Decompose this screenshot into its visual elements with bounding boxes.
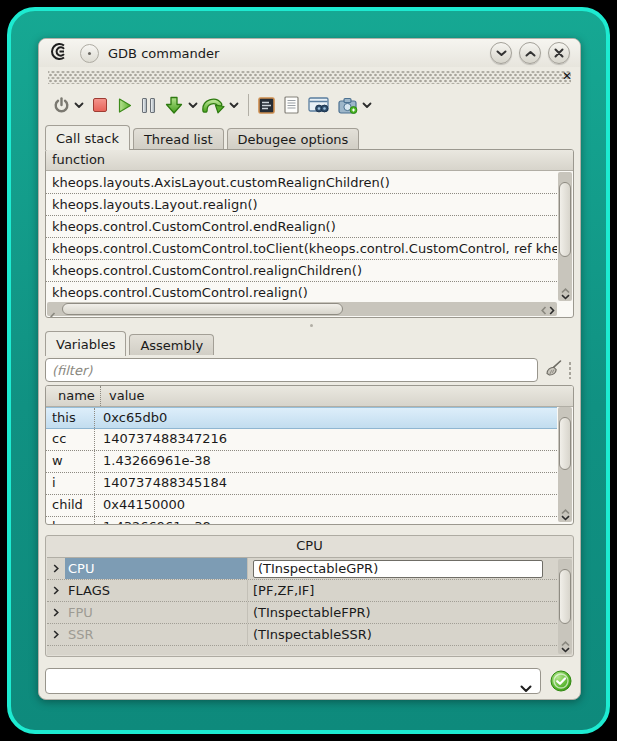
scroll-down-icon[interactable] bbox=[561, 294, 570, 300]
variable-row[interactable]: this 0xc65db0 bbox=[46, 407, 557, 429]
scroll-left-icon[interactable] bbox=[50, 306, 56, 318]
callstack-row[interactable]: kheops.layouts.Layout.realign() bbox=[46, 194, 557, 216]
chevron-down-icon bbox=[229, 102, 239, 109]
chevron-down-icon bbox=[496, 50, 507, 57]
combobox-dropdown-button[interactable] bbox=[520, 678, 532, 697]
registers-icon bbox=[258, 97, 275, 114]
filter-input[interactable] bbox=[50, 360, 533, 380]
callstack-horizontal-scrollbar[interactable] bbox=[47, 302, 557, 316]
step-over-icon bbox=[202, 97, 225, 114]
close-button[interactable] bbox=[548, 42, 570, 64]
scrollbar-thumb[interactable] bbox=[559, 569, 571, 624]
cpu-register-row[interactable]: FLAGS [PF,ZF,IF] bbox=[47, 580, 557, 602]
snapshot-button[interactable] bbox=[338, 92, 358, 118]
pause-button[interactable] bbox=[142, 92, 155, 118]
variables-vertical-scrollbar[interactable] bbox=[558, 407, 572, 522]
stop-button[interactable] bbox=[93, 92, 107, 118]
snapshot-camera-icon bbox=[338, 97, 358, 114]
callstack-row[interactable]: kheops.control.CustomControl.realign() bbox=[46, 282, 557, 301]
callstack-column-header[interactable]: function bbox=[46, 150, 573, 171]
snapshot-dropdown-button[interactable] bbox=[362, 92, 372, 118]
scroll-down-icon[interactable] bbox=[561, 515, 570, 521]
unshade-button[interactable] bbox=[519, 42, 541, 64]
variables-tabbar: VariablesAssembly bbox=[39, 330, 580, 355]
variables-filter-row bbox=[45, 355, 574, 385]
cpu-group: CPU CPU (TInspectableGPR) FLAGS bbox=[45, 535, 574, 657]
tab[interactable]: Assembly bbox=[129, 334, 214, 355]
power-icon bbox=[53, 97, 70, 114]
step-over-dropdown-button[interactable] bbox=[229, 92, 239, 118]
chevron-down-icon bbox=[362, 102, 372, 109]
callstack-row[interactable]: kheops.layouts.AxisLayout.customRealignC… bbox=[46, 172, 557, 194]
callstack-vertical-scrollbar[interactable] bbox=[558, 172, 572, 301]
callstack-row[interactable]: kheops.control.CustomControl.toClient(kh… bbox=[46, 238, 557, 260]
expander-arrow-icon[interactable] bbox=[47, 602, 65, 623]
step-into-button[interactable] bbox=[164, 92, 184, 118]
scroll-right-icon[interactable] bbox=[549, 306, 555, 315]
cpu-register-row[interactable]: CPU (TInspectableGPR) bbox=[47, 558, 557, 580]
watch-window-button[interactable] bbox=[308, 92, 329, 118]
step-into-icon bbox=[164, 96, 184, 115]
chevron-up-icon bbox=[525, 50, 536, 57]
variable-row[interactable]: child 0x44150000 bbox=[46, 495, 557, 517]
callstack-row[interactable]: kheops.control.CustomControl.realignChil… bbox=[46, 260, 557, 282]
chevron-down-icon bbox=[520, 685, 532, 693]
variable-row[interactable]: i 140737488345184 bbox=[46, 473, 557, 495]
scroll-down-icon[interactable] bbox=[561, 647, 570, 653]
power-dropdown-button[interactable] bbox=[74, 92, 84, 118]
value-column-header[interactable]: value bbox=[101, 386, 573, 406]
cpu-vertical-scrollbar[interactable] bbox=[558, 559, 572, 654]
expander-arrow-icon[interactable] bbox=[47, 580, 65, 601]
power-button[interactable] bbox=[53, 92, 70, 118]
cpu-register-row[interactable]: SSR (TInspectableSSR) bbox=[47, 624, 557, 646]
tab[interactable]: Variables bbox=[45, 331, 126, 356]
scrollbar-thumb[interactable] bbox=[559, 182, 571, 257]
panel-splitter[interactable] bbox=[39, 318, 580, 330]
variable-row[interactable]: cc 140737488347216 bbox=[46, 429, 557, 451]
expander-arrow-icon[interactable] bbox=[47, 624, 65, 645]
app-logo-icon bbox=[49, 42, 71, 65]
splitter-grip[interactable] bbox=[568, 361, 572, 379]
close-icon bbox=[554, 48, 564, 58]
watch-icon bbox=[308, 97, 329, 114]
confirm-command-button[interactable] bbox=[550, 670, 572, 692]
window-menu-button[interactable] bbox=[80, 44, 99, 63]
dock-close-button[interactable]: ✕ bbox=[562, 69, 572, 83]
chevron-down-icon bbox=[188, 102, 198, 109]
scrollbar-thumb[interactable] bbox=[559, 417, 571, 470]
name-column-header[interactable]: name bbox=[52, 386, 101, 406]
callstack-list: kheops.layouts.AxisLayout.customRealignC… bbox=[46, 172, 557, 301]
run-button[interactable] bbox=[116, 92, 133, 118]
command-input[interactable] bbox=[52, 670, 516, 692]
command-combobox[interactable] bbox=[45, 668, 541, 694]
cpu-register-row[interactable]: FPU (TInspectableFPR) bbox=[47, 602, 557, 624]
tab[interactable]: Thread list bbox=[133, 128, 224, 149]
cpu-group-title: CPU bbox=[46, 536, 573, 556]
toolbar-separator bbox=[248, 94, 249, 116]
scrollbar-thumb[interactable] bbox=[62, 303, 343, 315]
variables-list: this 0xc65db0 cc 140737488347216 w 1.432… bbox=[46, 407, 557, 524]
callstack-panel: function kheops.layouts.AxisLayout.custo… bbox=[45, 149, 574, 318]
variables-panel: name value this 0xc65db0 cc 140737488347… bbox=[45, 385, 574, 525]
check-circle-icon bbox=[550, 670, 572, 692]
window-controls bbox=[490, 42, 570, 64]
tab[interactable]: Debugee options bbox=[227, 128, 360, 149]
source-view-button[interactable] bbox=[284, 92, 299, 118]
callstack-row[interactable]: kheops.control.CustomControl.endRealign(… bbox=[46, 216, 557, 238]
run-icon bbox=[116, 97, 133, 114]
scroll-left-icon[interactable] bbox=[541, 306, 547, 315]
variable-row[interactable]: h 1.43266961e-38 bbox=[46, 517, 557, 524]
step-over-button[interactable] bbox=[202, 92, 225, 118]
registers-view-button[interactable] bbox=[258, 92, 275, 118]
step-into-dropdown-button[interactable] bbox=[188, 92, 198, 118]
tab[interactable]: Call stack bbox=[45, 125, 130, 150]
chevron-down-icon bbox=[74, 102, 84, 109]
clear-filter-button[interactable] bbox=[543, 359, 563, 381]
shade-button[interactable] bbox=[490, 42, 512, 64]
broom-icon bbox=[543, 359, 563, 377]
window-title: GDB commander bbox=[108, 46, 219, 61]
titlebar[interactable]: GDB commander bbox=[39, 39, 580, 67]
expander-arrow-icon[interactable] bbox=[47, 558, 65, 579]
dock-handle[interactable]: ✕ bbox=[48, 71, 571, 84]
variable-row[interactable]: w 1.43266961e-38 bbox=[46, 451, 557, 473]
